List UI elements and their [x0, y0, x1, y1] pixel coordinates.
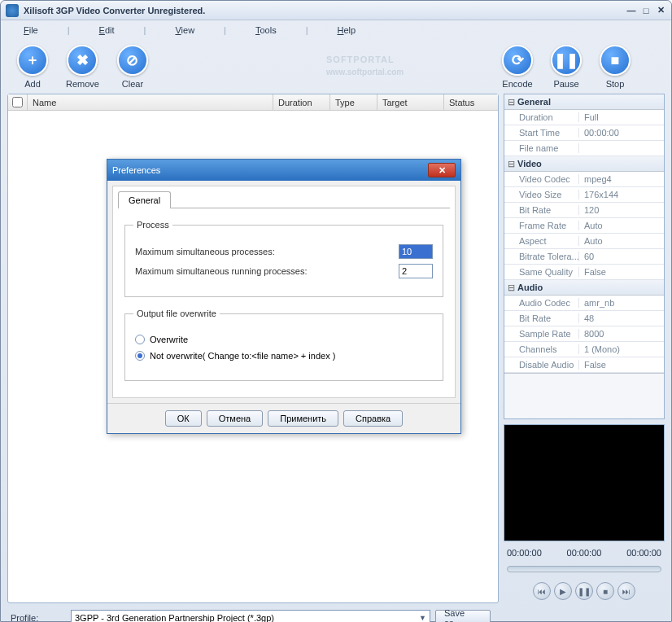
prop-row[interactable]: Start Time00:00:00: [504, 125, 664, 141]
collapse-icon[interactable]: ⊟: [504, 159, 517, 169]
column-headers: Name Duration Type Target Status: [8, 94, 498, 111]
profile-combo[interactable]: 3GPP - 3rd Generation Partnership Projec…: [71, 610, 430, 622]
time-total: 00:00:00: [626, 548, 661, 558]
column-duration[interactable]: Duration: [273, 94, 330, 110]
close-button[interactable]: ✕: [655, 5, 666, 16]
max-run-label: Maximum simultaneous running processes:: [135, 266, 389, 276]
column-status[interactable]: Status: [444, 94, 498, 110]
collapse-icon[interactable]: ⊟: [504, 97, 517, 107]
add-button[interactable]: +Add: [17, 45, 48, 89]
not-overwrite-radio-row[interactable]: Not overwrite( Change to:<file name> + i…: [135, 351, 433, 361]
prop-row[interactable]: Bit Rate120: [504, 203, 664, 218]
menubar: File| Edit| View| Tools| Help: [1, 20, 671, 40]
tab-strip: General: [118, 191, 450, 208]
next-button[interactable]: ⏭: [617, 582, 635, 600]
process-legend: Process: [133, 220, 172, 230]
preview-area: [504, 424, 665, 541]
minimize-button[interactable]: —: [626, 5, 637, 16]
time-elapsed: 00:00:00: [507, 548, 542, 558]
overwrite-legend: Output file overwrite: [133, 309, 220, 318]
dialog-titlebar[interactable]: Preferences ✕: [107, 160, 460, 181]
overwrite-fieldset: Output file overwrite Overwrite Not over…: [124, 309, 443, 381]
prop-row[interactable]: File name: [504, 141, 664, 156]
prop-row[interactable]: Same QualityFalse: [504, 265, 664, 280]
stop-icon: ■: [600, 45, 631, 76]
process-fieldset: Process Maximum simultaneous processes: …: [124, 220, 443, 297]
max-sim-label: Maximum simultaneous processes:: [135, 247, 389, 256]
prop-row[interactable]: Sample Rate8000: [504, 326, 664, 342]
select-all-checkbox[interactable]: [12, 97, 23, 107]
dialog-buttons: ОК Отмена Применить Справка: [107, 403, 460, 433]
prop-row[interactable]: Bitrate Tolera...60: [504, 249, 664, 265]
preview-slider[interactable]: [507, 566, 661, 572]
ok-button[interactable]: ОК: [165, 410, 202, 427]
prop-row[interactable]: Bit Rate48: [504, 311, 664, 326]
saveas-button[interactable]: Save as...: [435, 610, 491, 622]
radio-icon[interactable]: [135, 351, 145, 361]
prop-group-general[interactable]: ⊟General: [504, 94, 664, 110]
encode-icon: ⟳: [502, 45, 533, 76]
prev-button[interactable]: ⏮: [533, 582, 551, 600]
toolbar: +Add ✖Remove ⊘Clear ⟳Encode ❚❚Pause ■Sto…: [1, 40, 671, 94]
clear-icon: ⊘: [117, 45, 148, 76]
plus-icon: +: [17, 45, 48, 76]
prop-row[interactable]: Video Size176x144: [504, 187, 664, 203]
help-dialog-button[interactable]: Справка: [343, 410, 403, 427]
titlebar: Xilisoft 3GP Video Converter Unregistere…: [1, 1, 671, 20]
pause-button[interactable]: ❚❚Pause: [551, 45, 582, 89]
time-middle: 00:00:00: [567, 548, 602, 558]
profile-label: Profile:: [11, 613, 66, 622]
remove-button[interactable]: ✖Remove: [66, 45, 99, 89]
max-run-input[interactable]: [399, 264, 433, 278]
column-name[interactable]: Name: [28, 94, 273, 110]
cancel-button[interactable]: Отмена: [207, 410, 263, 427]
window-title: Xilisoft 3GP Video Converter Unregistere…: [24, 6, 626, 15]
stop-button[interactable]: ■Stop: [600, 45, 631, 89]
column-checkbox[interactable]: [8, 94, 28, 110]
apply-button[interactable]: Применить: [268, 410, 338, 427]
stop-preview-button[interactable]: ■: [596, 582, 614, 600]
dialog-close-button[interactable]: ✕: [428, 163, 456, 177]
menu-help[interactable]: Help: [331, 24, 363, 37]
tab-general[interactable]: General: [118, 191, 171, 208]
chevron-down-icon: ▼: [419, 614, 426, 622]
radio-icon[interactable]: [135, 335, 145, 344]
bottom-panel: Profile: 3GPP - 3rd Generation Partnersh…: [1, 603, 500, 622]
remove-icon: ✖: [67, 45, 98, 76]
overwrite-radio-row[interactable]: Overwrite: [135, 335, 433, 344]
pause-icon: ❚❚: [551, 45, 582, 76]
preview-timecodes: 00:00:00 00:00:00 00:00:00: [504, 546, 665, 559]
collapse-icon[interactable]: ⊟: [504, 283, 517, 293]
menu-view[interactable]: View: [168, 24, 201, 37]
prop-row[interactable]: Audio Codecamr_nb: [504, 296, 664, 311]
column-type[interactable]: Type: [330, 94, 377, 110]
max-sim-input[interactable]: [399, 244, 433, 259]
prop-group-video[interactable]: ⊟Video: [504, 156, 664, 172]
properties-panel: ⊟General DurationFull Start Time00:00:00…: [504, 94, 665, 419]
main-window: Xilisoft 3GP Video Converter Unregistere…: [0, 0, 672, 622]
pause-preview-button[interactable]: ❚❚: [575, 582, 593, 600]
preview-controls: ⏮ ▶ ❚❚ ■ ⏭: [504, 579, 665, 603]
prop-row[interactable]: DurationFull: [504, 110, 664, 125]
dialog-title: Preferences: [112, 165, 428, 175]
app-icon: [6, 4, 19, 17]
encode-button[interactable]: ⟳Encode: [502, 45, 533, 89]
play-button[interactable]: ▶: [554, 582, 572, 600]
prop-row[interactable]: AspectAuto: [504, 234, 664, 249]
prop-row[interactable]: Channels1 (Mono): [504, 342, 664, 357]
column-target[interactable]: Target: [377, 94, 444, 110]
prop-row[interactable]: Video Codecmpeg4: [504, 172, 664, 187]
maximize-button[interactable]: □: [640, 5, 652, 16]
property-description: [504, 373, 664, 419]
prop-group-audio[interactable]: ⊟Audio: [504, 280, 664, 296]
not-overwrite-label: Not overwrite( Change to:<file name> + i…: [150, 351, 335, 361]
clear-button[interactable]: ⊘Clear: [117, 45, 148, 89]
prop-row[interactable]: Frame RateAuto: [504, 218, 664, 234]
menu-edit[interactable]: Edit: [93, 24, 121, 37]
prop-row[interactable]: Disable AudioFalse: [504, 357, 664, 373]
overwrite-label: Overwrite: [150, 335, 188, 344]
menu-tools[interactable]: Tools: [249, 24, 283, 37]
preferences-dialog: Preferences ✕ General Process Maximum si…: [107, 159, 461, 434]
menu-file[interactable]: File: [17, 24, 45, 37]
